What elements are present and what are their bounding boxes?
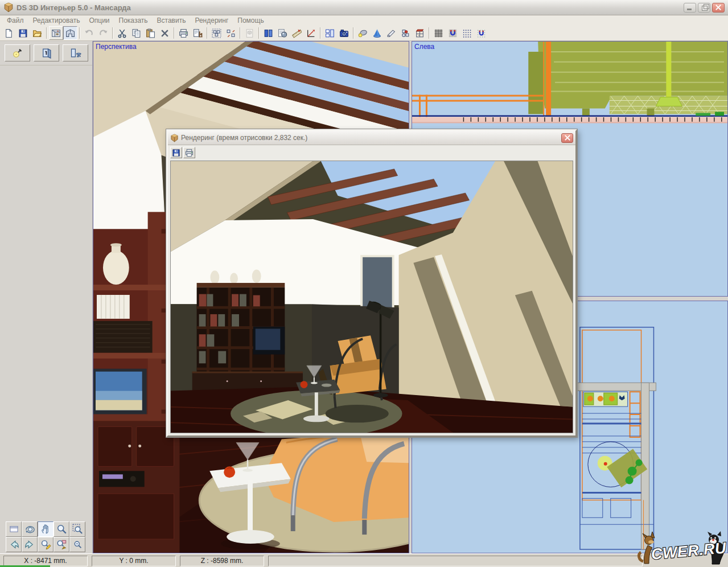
insert-furniture-button[interactable] — [191, 26, 205, 40]
group-objects-button[interactable] — [209, 26, 224, 40]
render-dialog-titlebar[interactable]: Рендеринг (время отрисовки 2,832 сек.) — [168, 131, 575, 145]
ungroup-objects-button[interactable] — [224, 26, 238, 40]
render-dialog-close-button[interactable] — [561, 133, 573, 143]
sidebar-icon — [70, 47, 81, 59]
nav-icon — [56, 524, 67, 535]
toolbar-icon — [306, 28, 316, 38]
zoom-button[interactable] — [54, 521, 69, 537]
left-panel — [0, 41, 93, 553]
options-menu[interactable]: Опции — [84, 16, 114, 25]
cut-button[interactable] — [115, 26, 129, 40]
menu-bar: ФайлРедактироватьОпцииПоказатьВставитьРе… — [0, 15, 728, 26]
app-icon — [3, 2, 14, 13]
edit-menu[interactable]: Редактировать — [28, 16, 85, 25]
zoom-small-button[interactable] — [69, 537, 85, 552]
toolbar-icon — [212, 28, 221, 38]
help-menu[interactable]: Помощь — [233, 16, 268, 25]
toolbar-icon — [292, 28, 302, 38]
nav-icon — [40, 539, 51, 550]
toolbar-icon — [193, 28, 203, 38]
grid-snap-button[interactable] — [446, 26, 460, 40]
copy-button[interactable] — [129, 26, 143, 40]
coordinate-axes-button[interactable] — [304, 26, 318, 40]
restore-button[interactable] — [698, 3, 710, 13]
toolbar-icon — [179, 28, 188, 38]
main-toolbar — [0, 26, 728, 41]
dot-grid-snap-button[interactable] — [474, 26, 488, 40]
print-button[interactable] — [176, 26, 191, 40]
application-window: DS 3D Интерьер 5.0 - Мансарда ФайлРедакт… — [0, 0, 728, 567]
toolbar-icon — [18, 28, 28, 38]
toolbar-icon — [264, 28, 273, 38]
primitive-cone-button[interactable] — [370, 26, 384, 40]
new-document-button[interactable] — [2, 26, 16, 40]
view-prev-button[interactable] — [6, 537, 22, 552]
zoom-window-button[interactable] — [69, 521, 85, 537]
status-y: Y : 0 mm. — [92, 556, 176, 566]
toolbar-icon — [476, 28, 486, 38]
render-dialog: Рендеринг (время отрисовки 2,832 сек.) — [166, 129, 577, 437]
status-message — [268, 556, 643, 566]
select-window-button[interactable] — [6, 521, 22, 537]
viewport-layout-button[interactable] — [323, 26, 337, 40]
rendered-image — [170, 161, 573, 433]
wall-profile-button[interactable] — [384, 26, 398, 40]
view-next-button[interactable] — [22, 537, 38, 552]
toolbar-icon — [278, 28, 287, 38]
view-navigation-tools — [6, 521, 85, 552]
toolbar-icon — [160, 28, 170, 38]
close-button[interactable] — [712, 3, 725, 13]
nav-icon — [24, 524, 35, 535]
close-icon — [565, 135, 570, 141]
zoom-pencil-button[interactable] — [38, 537, 54, 552]
sidebar-button-row — [0, 41, 92, 65]
view-menu[interactable]: Показать — [114, 16, 153, 25]
close-icon — [715, 5, 721, 10]
window-titlebar[interactable]: DS 3D Интерьер 5.0 - Мансарда — [0, 0, 728, 15]
window-title: DS 3D Интерьер 5.0 - Мансарда — [17, 3, 684, 12]
pan-button[interactable] — [38, 521, 54, 537]
save-button[interactable] — [170, 147, 182, 158]
undo-button[interactable] — [82, 26, 96, 40]
split-view-button[interactable] — [261, 26, 275, 40]
zoom-shapes-button[interactable] — [54, 537, 69, 552]
render-menu[interactable]: Рендеринг — [190, 16, 233, 25]
viewport-left-label: Слева — [414, 43, 434, 51]
room-3d-view-button[interactable] — [49, 26, 63, 40]
furniture-library-button[interactable] — [413, 26, 427, 40]
measure-button[interactable] — [290, 26, 304, 40]
print-button[interactable] — [183, 147, 195, 158]
minimize-icon — [687, 9, 692, 10]
save-button[interactable] — [16, 26, 30, 40]
toolbar-icon — [448, 28, 458, 38]
nav-icon — [56, 539, 67, 550]
walls-3d-view-button[interactable] — [63, 26, 77, 40]
room-1-button[interactable] — [34, 44, 59, 61]
viewport-perspective-label: Перспектива — [96, 43, 137, 51]
toolbar-icon — [84, 28, 94, 38]
render-material-button[interactable] — [275, 26, 290, 40]
camera-button[interactable] — [337, 26, 351, 40]
room-furniture-button[interactable] — [63, 44, 88, 61]
restore-icon — [702, 6, 708, 11]
light-group-button[interactable] — [398, 26, 413, 40]
dialog-toolbar-icon — [172, 149, 180, 157]
lighting-button[interactable] — [5, 44, 30, 61]
object-properties-button[interactable] — [242, 26, 257, 40]
grid-button[interactable] — [431, 26, 446, 40]
open-button[interactable] — [30, 26, 44, 40]
nav-icon — [9, 539, 19, 550]
paste-button[interactable] — [143, 26, 158, 40]
toolbar-icon — [226, 28, 236, 38]
orbit-button[interactable] — [22, 521, 38, 537]
toolbar-icon — [51, 28, 61, 38]
render-dialog-icon — [170, 134, 179, 142]
insert-menu[interactable]: Вставить — [153, 16, 191, 25]
render-dialog-title: Рендеринг (время отрисовки 2,832 сек.) — [181, 134, 561, 142]
dot-grid-button[interactable] — [460, 26, 474, 40]
minimize-button[interactable] — [684, 3, 696, 13]
spotlight-button[interactable] — [356, 26, 370, 40]
redo-button[interactable] — [96, 26, 110, 40]
delete-button[interactable] — [158, 26, 172, 40]
file-menu[interactable]: Файл — [2, 16, 28, 25]
